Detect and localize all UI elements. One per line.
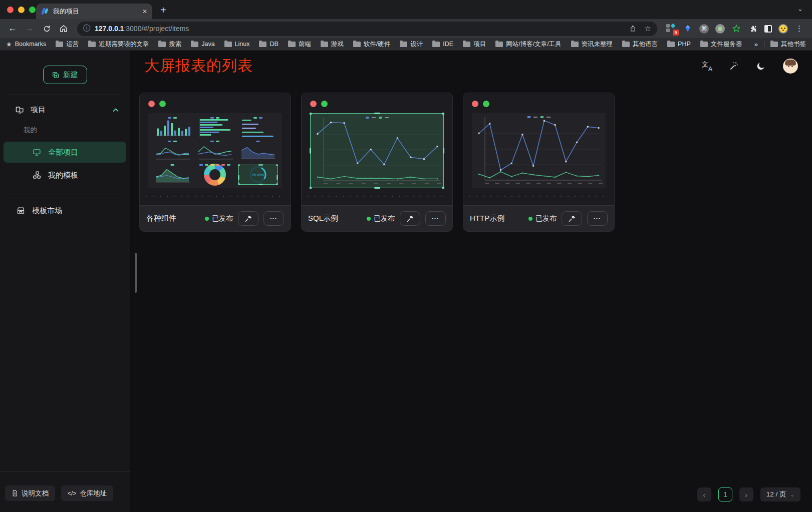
- other-bookmarks-folder[interactable]: 其他书签: [770, 40, 806, 49]
- next-page-button[interactable]: ›: [739, 487, 753, 501]
- browser-tab[interactable]: 我的项目 ✕: [36, 4, 152, 19]
- bookmark-folder[interactable]: 文件服务器: [700, 40, 742, 49]
- extension-gem-icon[interactable]: [683, 24, 693, 34]
- bookmark-folder[interactable]: 项目: [463, 40, 486, 49]
- project-card[interactable]: 25.00% 各种组件 已发布 •••: [139, 93, 291, 232]
- new-project-button[interactable]: 新建: [43, 66, 87, 84]
- zoom-window-button[interactable]: [29, 7, 36, 13]
- bookmark-label: IDE: [443, 41, 453, 48]
- current-page-button[interactable]: 1: [718, 487, 732, 501]
- selection-handle[interactable]: [276, 183, 278, 185]
- bookmark-folder[interactable]: IDE: [432, 40, 453, 49]
- extensions-puzzle-icon[interactable]: [748, 24, 758, 34]
- project-card[interactable]: SQL示例 已发布 •••: [301, 93, 453, 232]
- selection-handle[interactable]: [442, 187, 444, 189]
- bookmark-folder[interactable]: DB: [259, 40, 278, 49]
- card-red-dot: [310, 101, 317, 107]
- site-info-icon[interactable]: ⓘ: [83, 24, 90, 33]
- bookmarks-overflow-button[interactable]: »: [754, 41, 758, 48]
- extension-command-icon[interactable]: ⌘: [699, 24, 709, 34]
- bookmark-label: 近期需要读的文章: [99, 40, 149, 49]
- bookmark-folder[interactable]: 前端: [288, 40, 311, 49]
- chevron-up-icon[interactable]: [113, 108, 119, 112]
- extensions-row: 9 ⌘ ⋮: [663, 24, 807, 34]
- repo-button[interactable]: </> 仓库地址: [61, 485, 113, 501]
- selection-handle[interactable]: [276, 164, 278, 166]
- more-button[interactable]: •••: [425, 211, 446, 226]
- selection-handle[interactable]: [310, 113, 312, 115]
- page-size-select[interactable]: 12 / 页 ⌄: [760, 487, 800, 501]
- bookmark-folder[interactable]: 运营: [56, 40, 79, 49]
- bookmark-folder[interactable]: 搜索: [158, 40, 181, 49]
- minimize-window-button[interactable]: [18, 7, 25, 13]
- back-button[interactable]: ←: [5, 21, 20, 36]
- prev-page-button[interactable]: ‹: [697, 487, 711, 501]
- bookmark-star-icon[interactable]: ☆: [645, 24, 651, 33]
- language-icon[interactable]: 文 A: [702, 61, 712, 71]
- selection-handle[interactable]: [238, 164, 239, 166]
- edit-button[interactable]: [400, 211, 420, 226]
- extension-halfsquare-icon[interactable]: [764, 25, 772, 33]
- mini-chart-lines: [152, 140, 193, 162]
- user-avatar[interactable]: [783, 59, 798, 74]
- bookmark-folder[interactable]: 软件/硬件: [353, 40, 390, 49]
- more-button[interactable]: •••: [263, 211, 284, 226]
- bookmark-folder[interactable]: 其他语言: [622, 40, 658, 49]
- project-preview: [310, 113, 444, 188]
- home-icon: [59, 24, 68, 33]
- selection-handle[interactable]: [443, 148, 444, 154]
- bookmarks-manager[interactable]: ★ Bookmarks: [6, 41, 46, 48]
- selection-handle[interactable]: [310, 187, 312, 189]
- scrollbar-thumb[interactable]: [135, 253, 137, 293]
- extension-tiles-icon[interactable]: 9: [666, 24, 676, 34]
- bookmark-folder[interactable]: 近期需要读的文章: [88, 40, 149, 49]
- tab-search-chevron-icon[interactable]: ⌄: [797, 5, 803, 13]
- sidebar-item-all-projects[interactable]: 全部项目: [4, 142, 126, 163]
- close-window-button[interactable]: [7, 7, 14, 13]
- selection-handle[interactable]: [310, 148, 311, 154]
- bookmark-folder[interactable]: Linux: [224, 40, 250, 49]
- selection-handle[interactable]: [258, 164, 263, 165]
- selection-handle[interactable]: [258, 184, 263, 185]
- tab-close-icon[interactable]: ✕: [142, 8, 147, 15]
- chrome-menu-icon[interactable]: ⋮: [794, 24, 804, 33]
- reload-button[interactable]: [39, 21, 54, 36]
- extension-green-dot-icon[interactable]: [715, 24, 725, 34]
- home-button[interactable]: [56, 21, 71, 36]
- dark-mode-moon-icon[interactable]: [756, 61, 766, 71]
- extension-star-icon[interactable]: [731, 24, 741, 34]
- selection-handle[interactable]: [277, 175, 278, 180]
- new-tab-button[interactable]: +: [160, 5, 166, 19]
- address-bar[interactable]: ⓘ 127.0.0.1:3000/#/project/items ☆: [77, 22, 657, 36]
- bookmark-folder[interactable]: 游戏: [321, 40, 344, 49]
- selection-handle[interactable]: [238, 183, 239, 185]
- selection-handle[interactable]: [238, 175, 239, 180]
- ring-progress-selected[interactable]: 25.00%: [238, 165, 278, 185]
- cards-row: 25.00% 各种组件 已发布 •••: [139, 93, 812, 232]
- code-icon: </>: [68, 490, 76, 497]
- selection-handle[interactable]: [374, 187, 380, 189]
- bookmark-folder[interactable]: 设计: [400, 40, 423, 49]
- edit-button[interactable]: [562, 211, 582, 226]
- bookmark-folder[interactable]: Java: [191, 40, 214, 49]
- bookmarks-right: » 其他书签: [754, 40, 806, 49]
- more-button[interactable]: •••: [587, 211, 608, 226]
- sidebar-item-my-templates[interactable]: 我的模板: [4, 165, 126, 186]
- bookmark-folder[interactable]: PHP: [667, 40, 691, 49]
- mini-chart-donut: [194, 164, 235, 186]
- bookmark-folder[interactable]: 资讯未整理: [571, 40, 613, 49]
- sidebar-item-template-market[interactable]: 模板市场: [4, 200, 126, 221]
- share-icon[interactable]: [629, 25, 637, 33]
- project-card[interactable]: HTTP示例 已发布 •••: [463, 93, 615, 232]
- bookmark-folder[interactable]: 网站/博客/文章/工具: [495, 40, 561, 49]
- edit-button[interactable]: [238, 211, 258, 226]
- sidebar-group-projects[interactable]: 项目: [0, 95, 130, 120]
- tab-title: 我的项目: [53, 7, 138, 16]
- bookmark-label: 软件/硬件: [364, 40, 390, 49]
- window-controls[interactable]: [7, 7, 36, 13]
- magic-wand-icon[interactable]: [729, 61, 739, 71]
- docs-button[interactable]: 说明文档: [5, 485, 55, 501]
- selection-handle[interactable]: [374, 113, 380, 114]
- profile-avatar-icon[interactable]: [778, 24, 788, 34]
- selection-handle[interactable]: [442, 113, 444, 115]
